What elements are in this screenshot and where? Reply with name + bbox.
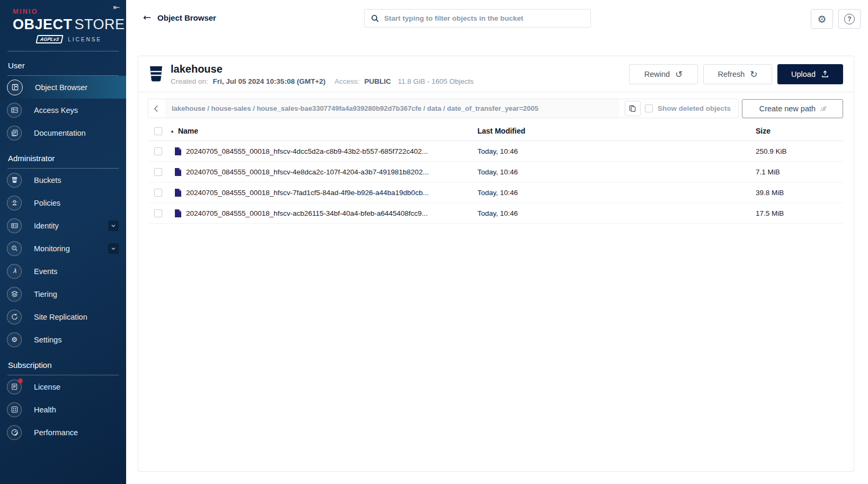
bucket-icon <box>149 66 163 82</box>
row-checkbox[interactable] <box>154 189 162 197</box>
page-title: Object Browser <box>157 13 216 22</box>
row-checkbox[interactable] <box>154 168 162 176</box>
access-label: Access: <box>334 77 359 85</box>
path-slashes-icon: :// <box>820 105 826 112</box>
site-replication-icon <box>7 310 22 324</box>
bucket-name: lakehouse <box>171 63 474 75</box>
objects-table: ▲ Name Last Modified Size 20240705_08455… <box>149 121 843 224</box>
topbar: ← Object Browser ⚙ ? <box>126 0 868 39</box>
created-label: Created on: <box>171 77 208 85</box>
chevron-down-icon[interactable] <box>108 221 119 231</box>
column-header-size[interactable]: Size <box>756 127 843 135</box>
chevron-down-icon[interactable] <box>108 243 119 254</box>
sort-ascending-icon: ▲ <box>170 129 174 134</box>
buckets-icon <box>7 173 22 188</box>
sidebar-item-performance[interactable]: Performance <box>0 421 126 444</box>
copy-icon <box>628 104 636 112</box>
table-row[interactable]: 20240705_084555_00018_hfscv-4e8dca2c-107… <box>149 162 843 182</box>
rewind-button[interactable]: Rewind↺ <box>629 64 698 84</box>
refresh-button[interactable]: Refresh↻ <box>703 64 772 84</box>
policies-icon <box>7 196 22 210</box>
license-icon <box>7 380 22 394</box>
rewind-icon: ↺ <box>675 69 683 80</box>
bucket-panel: lakehouse Created on: Fri, Jul 05 2024 1… <box>138 56 854 472</box>
copy-path-button[interactable] <box>625 101 641 116</box>
create-new-path-button[interactable]: Create new path :// <box>742 99 843 118</box>
sidebar: ⇤ MINIO OBJECTSTORE AGPLv3 LICENSE User … <box>0 0 126 484</box>
main-content: ← Object Browser ⚙ ? lakehouse Created o… <box>126 0 868 484</box>
object-name[interactable]: 20240705_084555_00018_hfscv-4e8dca2c-107… <box>186 168 477 176</box>
events-icon: λ <box>7 264 22 279</box>
settings-gear-icon: ⚙ <box>7 332 22 347</box>
sidebar-collapse-icon[interactable]: ⇤ <box>113 3 120 12</box>
show-deleted-checkbox[interactable] <box>645 104 653 112</box>
section-subscription: Subscription <box>0 351 126 375</box>
license-label: LICENSE <box>68 37 102 42</box>
path-bar: lakehouse / house-sales / house_sales-ba… <box>148 99 739 118</box>
search-input[interactable] <box>384 14 590 22</box>
chevron-left-icon <box>152 104 162 113</box>
refresh-icon: ↻ <box>750 69 757 80</box>
object-size: 17.5 MiB <box>756 209 843 217</box>
sidebar-item-monitoring[interactable]: Monitoring <box>0 237 126 260</box>
sidebar-item-license[interactable]: License <box>0 375 126 398</box>
performance-icon <box>7 425 22 440</box>
sidebar-item-buckets[interactable]: Buckets <box>0 169 126 191</box>
tiering-icon <box>7 287 22 302</box>
table-row[interactable]: 20240705_084555_00018_hfscv-acb26115-34b… <box>149 203 843 224</box>
access-value: PUBLIC <box>365 77 391 85</box>
object-name[interactable]: 20240705_084555_00018_hfscv-acb26115-34b… <box>186 209 477 217</box>
row-checkbox[interactable] <box>154 209 162 217</box>
identity-icon <box>7 218 22 233</box>
column-header-modified[interactable]: Last Modified <box>477 127 756 135</box>
sidebar-item-site-replication[interactable]: Site Replication <box>0 305 126 328</box>
path-toolbar: lakehouse / house-sales / house_sales-ba… <box>138 92 854 118</box>
sidebar-item-settings[interactable]: ⚙ Settings <box>0 328 126 351</box>
section-user: User <box>0 51 126 75</box>
back-arrow-icon[interactable]: ← <box>143 13 151 22</box>
health-icon <box>7 402 22 417</box>
object-size: 7.1 MiB <box>756 168 843 176</box>
row-checkbox[interactable] <box>154 147 162 155</box>
table-header-row: ▲ Name Last Modified Size <box>149 121 843 141</box>
file-icon <box>170 147 186 155</box>
help-icon: ? <box>844 14 855 24</box>
help-button[interactable]: ? <box>838 9 861 29</box>
object-modified: Today, 10:46 <box>477 209 756 217</box>
object-size: 39.8 MiB <box>756 189 843 197</box>
bucket-header: lakehouse Created on: Fri, Jul 05 2024 1… <box>138 56 854 92</box>
path-back-button[interactable] <box>148 99 165 118</box>
table-row[interactable]: 20240705_084555_00018_hfscv-4dcc5d2a-c8b… <box>149 141 843 162</box>
show-deleted-label[interactable]: Show deleted objects <box>658 104 731 112</box>
sidebar-item-events[interactable]: λ Events <box>0 260 126 283</box>
object-name[interactable]: 20240705_084555_00018_hfscv-4dcc5d2a-c8b… <box>186 147 477 155</box>
sidebar-item-access-keys[interactable]: Access Keys <box>0 99 126 121</box>
upload-button[interactable]: Upload <box>777 64 843 84</box>
object-filter-search[interactable] <box>364 9 591 28</box>
sidebar-item-object-browser[interactable]: Object Browser <box>0 76 126 99</box>
sidebar-item-identity[interactable]: Identity <box>0 214 126 237</box>
settings-button[interactable]: ⚙ <box>811 9 833 29</box>
breadcrumb[interactable]: lakehouse / house-sales / house_sales-ba… <box>165 99 619 118</box>
license-alert-dot <box>18 379 23 383</box>
column-header-name[interactable]: ▲ Name <box>170 127 477 135</box>
file-icon <box>170 168 186 176</box>
object-modified: Today, 10:46 <box>477 189 756 197</box>
monitoring-icon <box>7 241 22 256</box>
object-name[interactable]: 20240705_084555_00018_hfscv-7fad1cf5-84a… <box>186 189 477 197</box>
table-row[interactable]: 20240705_084555_00018_hfscv-7fad1cf5-84a… <box>149 182 843 203</box>
sidebar-item-documentation[interactable]: Documentation <box>0 121 126 144</box>
search-icon <box>371 14 379 23</box>
sidebar-item-health[interactable]: Health <box>0 398 126 421</box>
select-all-checkbox[interactable] <box>154 127 162 135</box>
object-browser-icon <box>7 80 23 95</box>
gear-icon: ⚙ <box>817 13 826 25</box>
object-store-wordmark: OBJECTSTORE <box>13 16 118 33</box>
svg-text:λ: λ <box>13 268 16 275</box>
documentation-icon <box>7 126 22 140</box>
bucket-usage: 11.8 GiB - 1605 Objects <box>398 77 474 85</box>
sidebar-item-tiering[interactable]: Tiering <box>0 283 126 305</box>
sidebar-item-policies[interactable]: Policies <box>0 191 126 214</box>
file-icon <box>170 189 186 197</box>
object-size: 250.9 KiB <box>756 147 843 155</box>
